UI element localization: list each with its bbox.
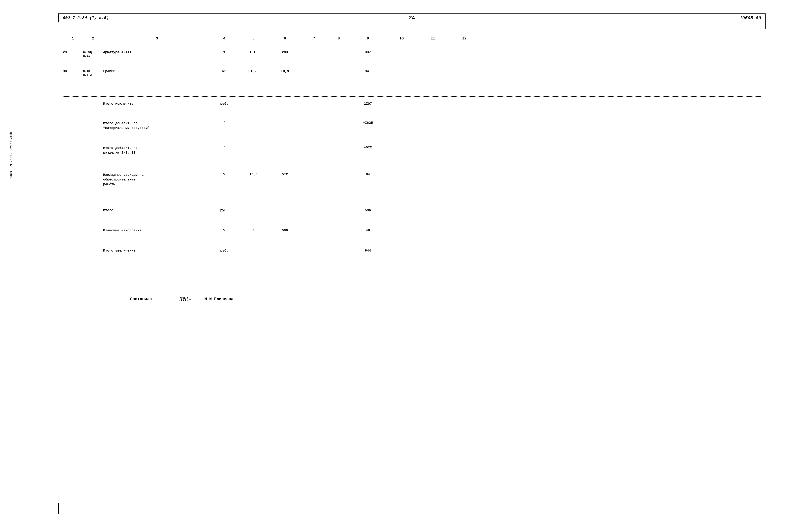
col-header-5: 5 [238,37,269,41]
col-header-7: 7 [300,37,328,41]
dashed-separator-1 [63,96,761,97]
row-29-col6: 283 [269,50,300,54]
summary-2-col9: +I625 [350,121,386,125]
col-header-11: II [417,37,449,41]
row-29-col1: 29. [63,50,83,54]
summary-6-col6: 596 [269,229,300,232]
row-30-col3: Гравий [103,69,211,73]
row-29-col3: Арматура А-III [103,50,211,54]
summary-1-unit: руб. [211,102,238,106]
bottom-left-bracket [58,514,72,514]
row-29-col2: ССРСЦп.II [83,50,103,58]
summary-5-col9: 596 [350,208,386,212]
summary-row-2: Итого добавить по“материальным ресурсам”… [63,119,761,133]
row-29-col9: 337 [350,50,386,54]
summary-row-4: Накладные расходы наобщестроительныерабо… [63,170,761,189]
col-header-3: 3 [103,37,211,41]
col-header-2: 2 [83,37,103,41]
doc-code: 19505-89 [740,16,761,21]
summary-row-5: Итого руб. 596 [63,206,761,214]
column-headers: 1 2 3 4 5 6 7 8 9 IO II I2 [63,37,761,41]
col-header-8: 8 [328,37,350,41]
table-row: 30. п.18п.4-2 Гравий м3 3I,25 IO,9 34I [63,67,761,79]
summary-7-col9: 644 [350,249,386,253]
page-container: 902-7-2.84 (I, к.5) 24 19505-89 1 2 3 4 … [0,0,788,532]
summary-4-col5: I6,5 [238,172,269,177]
summary-6-col5: 8 [238,229,269,232]
top-left-vertical [58,14,59,22]
header-area: 902-7-2.84 (I, к.5) 24 19505-89 [63,16,761,20]
side-text: ЦНТИ Тираж. 190-7 Тф. 10000 [9,45,13,179]
table-row: 29. ССРСЦп.II Арматура А-III т I,I9 283 … [63,48,761,60]
col-header-10: IO [386,37,417,41]
signature-name: М.И.Елисеева [204,297,234,301]
row-30-col6: IO,9 [269,69,300,73]
summary-5-label: Итого [103,208,211,212]
summary-4-label: Накладные расходы наобщестроительныерабо… [103,172,211,187]
summary-row-7: Итого увеличение руб. 644 [63,247,761,255]
row-30-col9: 34I [350,69,386,73]
summary-3-col9: +5I2 [350,146,386,149]
summary-6-unit: % [211,229,238,232]
col-header-1: 1 [63,37,83,41]
signature-mark: Лёli - [179,296,191,302]
row-30-col2: п.18п.4-2 [83,69,103,77]
summary-7-unit: руб. [211,249,238,253]
row-30-col1: 30. [63,69,83,73]
col-header-6: 6 [269,37,300,41]
signature-label: Составила [130,297,152,301]
col-header-12: I2 [449,37,480,41]
summary-1-label: Итого исключить [103,102,211,106]
top-right-vertical [765,14,766,29]
bottom-left-vertical [58,503,59,514]
page-number: 24 [409,15,415,21]
dashed-line-below-headers [63,45,761,45]
summary-row-6: Плановые накопления % 8 596 48 [63,226,761,235]
col-header-4: 4 [211,37,238,41]
doc-reference: 902-7-2.84 (I, к.5) [63,16,109,20]
summary-2-unit: " [211,121,238,125]
top-border [58,14,766,14]
summary-row-1: Итого исключить руб. 2IO7 [63,100,761,108]
summary-6-col9: 48 [350,229,386,232]
summary-row-3: Итого добавить поразделам I-3, II " +5I2 [63,143,761,157]
signature-area: Составила Лёli - М.И.Елисеева [63,296,761,302]
summary-7-label: Итого увеличение [103,249,211,253]
dashed-line-top [63,35,761,35]
row-30-col5: 3I,25 [238,69,269,73]
summary-6-label: Плановые накопления [103,229,211,232]
summary-4-unit: % [211,172,238,177]
row-29-col5: I,I9 [238,50,269,54]
summary-4-col6: 5I2 [269,172,300,177]
summary-3-unit: " [211,146,238,149]
row-29-col4: т [211,50,238,54]
summary-3-label: Итого добавить поразделам I-3, II [103,146,211,155]
row-30-col4: м3 [211,69,238,73]
summary-4-col9: 84 [350,172,386,177]
col-header-9: 9 [350,37,386,41]
summary-2-label: Итого добавить по“материальным ресурсам” [103,121,211,130]
summary-5-unit: руб. [211,208,238,212]
summary-1-col9: 2IO7 [350,102,386,106]
